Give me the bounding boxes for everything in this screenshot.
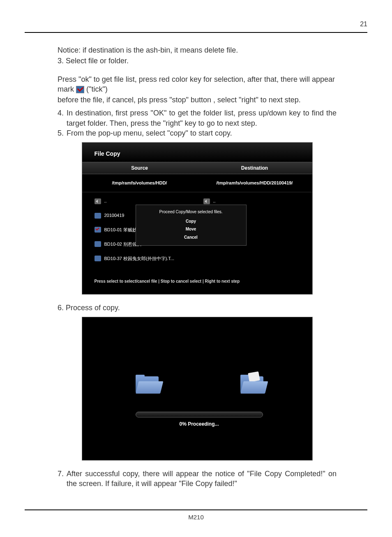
progress-label: 0% Proceeding...	[136, 421, 263, 427]
folder-icon	[95, 256, 101, 261]
footer-model: M210	[0, 514, 392, 521]
top-rule	[25, 32, 367, 33]
page-number: 21	[360, 21, 367, 28]
popup-copy[interactable]: Copy	[136, 217, 246, 226]
step-7: 7. After successful copy, there will app…	[58, 469, 337, 489]
filecopy-screenshot: File Copy Source Destination /tmp/ramfs/…	[82, 142, 313, 294]
help-bar: Press select to select/cancel file | Sto…	[82, 274, 312, 294]
step-3: 3. Select file or folder.	[58, 56, 337, 66]
content: Notice: if destination is the ash-bin, i…	[25, 45, 367, 489]
step-4-num: 4.	[58, 108, 67, 128]
item-label: BD10-37 校园兔女郎(外挂中字).T...	[104, 256, 175, 262]
column-headers: Source Destination	[82, 162, 312, 174]
page: 21 Notice: if destination is the ash-bin…	[0, 0, 392, 537]
notice-text: Notice: if destination is the ash-bin, i…	[58, 45, 337, 55]
step-4: 4. In destination, first press "OK" to g…	[58, 108, 337, 128]
press-ok-paragraph: Press "ok" to get file list, press red c…	[58, 74, 337, 94]
progress: 0% Proceeding...	[136, 412, 263, 427]
list-item[interactable]: BD10-37 校园兔女郎(外挂中字).T...	[95, 251, 191, 266]
col-source: Source	[82, 162, 197, 174]
source-folder-icon	[136, 375, 159, 393]
press-ok-b: ("tick")	[86, 85, 108, 93]
step-5-body: From the pop-up menu, select "copy" to s…	[67, 128, 337, 138]
item-label: BD10-01 笨贼妙	[104, 227, 137, 233]
popup-title: Proceed Copy/Move selected files.	[136, 209, 246, 217]
bottom-rule	[25, 509, 367, 510]
col-destination: Destination	[197, 162, 312, 174]
progress-bar	[136, 412, 263, 417]
step-7-num: 7.	[58, 469, 67, 489]
dest-folder-icon	[240, 375, 263, 393]
item-label: ..	[104, 198, 107, 204]
folder-icon	[95, 241, 101, 247]
folder-up-icon	[95, 198, 101, 204]
copy-popup: Proceed Copy/Move selected files. Copy M…	[136, 205, 247, 246]
destination-path: /tmp/ramfs/volumes/HDD/20100419/	[197, 174, 312, 192]
source-path: /tmp/ramfs/volumes/HDD/	[82, 174, 197, 192]
item-label: ..	[213, 198, 216, 204]
step-5-num: 5.	[58, 128, 67, 138]
folder-icon	[95, 213, 101, 219]
popup-move[interactable]: Move	[136, 225, 246, 233]
tick-icon	[76, 86, 84, 93]
before-file-text: before the file, if cancel, pls press "s…	[58, 95, 337, 105]
file-lists: .. 20100419 BD10-01 笨贼妙 BD10-02 别惹佐汉.You…	[82, 192, 312, 274]
progress-screenshot: 0% Proceeding...	[82, 317, 313, 461]
folder-up-icon	[203, 198, 210, 204]
step-6: 6. Process of copy.	[58, 303, 337, 313]
step-7-body: After successful copy, there will appear…	[67, 469, 337, 489]
folder-checked-icon	[95, 227, 101, 233]
popup-cancel[interactable]: Cancel	[136, 233, 246, 242]
step-5: 5. From the pop-up menu, select "copy" t…	[58, 128, 337, 138]
item-label: 20100419	[104, 212, 125, 219]
filecopy-title: File Copy	[82, 143, 312, 162]
paths-row: /tmp/ramfs/volumes/HDD/ /tmp/ramfs/volum…	[82, 174, 312, 192]
step-4-body: In destination, first press "OK" to get …	[67, 108, 337, 128]
